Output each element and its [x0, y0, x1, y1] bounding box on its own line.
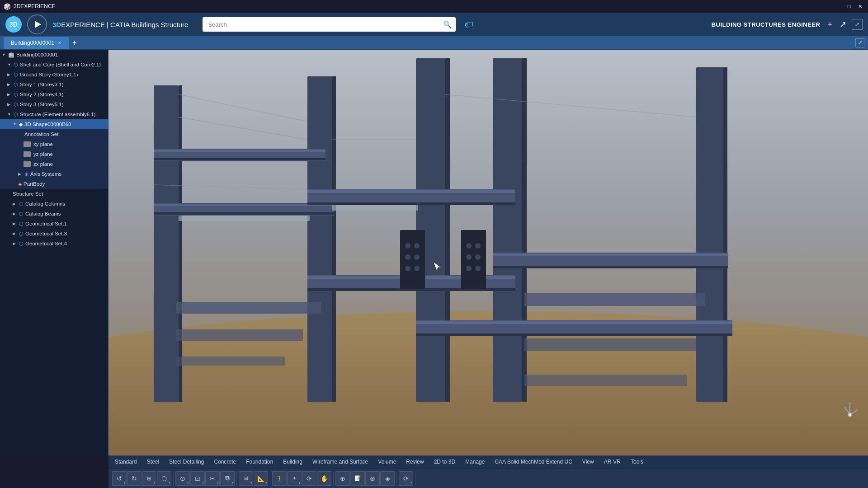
- tree-item-yz[interactable]: yz plane: [0, 149, 108, 159]
- menu-review[interactable]: Review: [401, 457, 428, 466]
- mark3-button[interactable]: ⊗: [365, 471, 380, 486]
- tree-item-annotation[interactable]: Annotation Set: [0, 129, 108, 139]
- menu-arvr[interactable]: AR-VR: [599, 457, 625, 466]
- orbit-button[interactable]: ⟳: [302, 471, 316, 486]
- geoset3-icon: ⬡: [19, 231, 24, 237]
- tree-item-catcol[interactable]: ▶ ⬡ Catalog Columns: [0, 199, 108, 209]
- close-button[interactable]: ✕: [855, 2, 864, 11]
- expand-icon: ▶: [7, 92, 12, 97]
- tree-label-annotation: Annotation Set: [24, 131, 58, 137]
- geoset1-icon: ⬡: [19, 221, 24, 227]
- svg-rect-7: [445, 58, 450, 402]
- plane-icon: [24, 161, 31, 167]
- tab-add-button[interactable]: +: [69, 39, 80, 47]
- svg-point-63: [849, 402, 851, 405]
- tree-label-story1: Story 1 (Storey3.1): [20, 82, 64, 87]
- select1-button[interactable]: ⊙: [175, 471, 190, 486]
- menu-2dto3d[interactable]: 2D to 3D: [429, 457, 460, 466]
- compass-indicator: [827, 388, 859, 424]
- viewport[interactable]: [108, 50, 868, 455]
- menu-view[interactable]: View: [578, 457, 599, 466]
- tree-item-story2[interactable]: ▶ ⬡ Story 2 (Storey4.1): [0, 89, 108, 99]
- maximize-button[interactable]: □: [844, 2, 854, 11]
- menu-volume[interactable]: Volume: [373, 457, 401, 466]
- menu-concrete[interactable]: Concrete: [209, 457, 241, 466]
- tag-icon[interactable]: 🏷: [465, 19, 474, 30]
- mark1-button[interactable]: ⊕: [335, 471, 350, 486]
- mark4-button[interactable]: ◈: [380, 471, 395, 486]
- menu-bar: Standard Steel Steel Detailing Concrete …: [108, 455, 868, 468]
- expand-icon: ▼: [2, 52, 6, 57]
- pan-button[interactable]: ✋: [317, 471, 331, 486]
- tree-item-story3[interactable]: ▶ ⬡ Story 3 (Storey5.1): [0, 99, 108, 109]
- tool-group-navigate: 🚶 ✈ ⟳ ✋: [272, 471, 334, 486]
- svg-point-35: [405, 266, 410, 271]
- expand-icon: ▶: [7, 72, 12, 77]
- undo-button[interactable]: ↺: [112, 471, 127, 486]
- tree-item-shape3d[interactable]: ▼ ◆ 3D Shape00000B60: [0, 119, 108, 129]
- paste-button[interactable]: ⧉: [220, 471, 235, 486]
- measure-button[interactable]: 📐: [254, 471, 268, 486]
- svg-rect-3: [179, 85, 182, 402]
- tree-item-xy[interactable]: xy plane: [0, 139, 108, 149]
- tree-label-axis: Axis Systems: [30, 171, 61, 177]
- refresh-button[interactable]: ⟳: [399, 471, 413, 486]
- menu-caa[interactable]: CAA Solid MechMod Extend UC: [490, 457, 576, 466]
- plane-icon: [24, 141, 31, 147]
- tree-item-geoset1[interactable]: ▶ ⬡ Geometrical Set.1: [0, 219, 108, 229]
- svg-rect-37: [461, 230, 486, 289]
- role-label: BUILDING STRUCTURES ENGINEER: [712, 21, 821, 28]
- menu-standard[interactable]: Standard: [110, 457, 142, 466]
- play-button[interactable]: [27, 14, 47, 34]
- tree-item-axis[interactable]: ▶ ⊕ Axis Systems: [0, 169, 108, 179]
- tree-item-geoset4[interactable]: ▶ ⬡ Geometrical Set.4: [0, 239, 108, 249]
- fly-button[interactable]: ✈: [287, 471, 302, 486]
- share-button[interactable]: ↗: [838, 18, 848, 31]
- tree-item-structset[interactable]: Structure Set: [0, 189, 108, 199]
- select2-button[interactable]: ⊡: [190, 471, 205, 486]
- menu-steel[interactable]: Steel: [142, 457, 164, 466]
- tree-item-zx[interactable]: zx plane: [0, 159, 108, 169]
- svg-point-42: [466, 266, 472, 271]
- menu-foundation[interactable]: Foundation: [241, 457, 278, 466]
- cut-button[interactable]: ✂: [205, 471, 220, 486]
- svg-point-41: [475, 254, 481, 260]
- walk-button[interactable]: 🚶: [272, 471, 287, 486]
- menu-manage[interactable]: Manage: [461, 457, 489, 466]
- viewport-expand-icon[interactable]: ⤢: [855, 38, 864, 47]
- tree-label-story3: Story 3 (Storey5.1): [20, 102, 64, 107]
- tab-close-icon[interactable]: ✕: [58, 40, 61, 45]
- minimize-button[interactable]: —: [834, 2, 843, 11]
- expand-icon: ▶: [18, 172, 23, 176]
- snap-button[interactable]: ⊞: [239, 471, 253, 486]
- plane-icon: [24, 151, 31, 157]
- fit-button[interactable]: ⊞: [142, 471, 156, 486]
- tree-item-geoset3[interactable]: ▶ ⬡ Geometrical Set.3: [0, 229, 108, 239]
- mark2-button[interactable]: 📝: [350, 471, 365, 486]
- search-icon[interactable]: 🔍: [443, 20, 452, 29]
- tree-item-ground[interactable]: ▶ ⬡ Ground Story (Storey1.1): [0, 70, 108, 80]
- expand-button[interactable]: ⤢: [852, 19, 863, 30]
- tree-item-building[interactable]: ▼ 🏢 Building00000001: [0, 50, 108, 60]
- svg-point-39: [475, 243, 481, 249]
- menu-wireframe[interactable]: Wireframe and Surface: [308, 457, 373, 466]
- shape3d-icon: ◆: [19, 122, 23, 127]
- menu-tools[interactable]: Tools: [626, 457, 648, 466]
- redo-button[interactable]: ↻: [127, 471, 142, 486]
- add-button[interactable]: +: [826, 18, 834, 31]
- search-input[interactable]: [203, 17, 456, 32]
- tree-item-structure[interactable]: ▼ ⬡ Structure (Element assembly6.1): [0, 109, 108, 119]
- tree-panel: ▼ 🏢 Building00000001 ▼ ⬡ Shell and Core …: [0, 50, 108, 455]
- menu-steel-detailing[interactable]: Steel Detailing: [165, 457, 208, 466]
- svg-rect-51: [176, 357, 285, 366]
- expand-icon: ▶: [13, 211, 17, 216]
- tree-item-story1[interactable]: ▶ ⬡ Story 1 (Storey3.1): [0, 80, 108, 89]
- view3d-button[interactable]: ⬡: [157, 471, 171, 486]
- menu-building[interactable]: Building: [278, 457, 307, 466]
- tree-item-shell[interactable]: ▼ ⬡ Shell and Core (Shell and Core2.1): [0, 60, 108, 70]
- tree-item-partbody[interactable]: ◈ PartBody: [0, 179, 108, 189]
- active-tab[interactable]: Building00000001 ✕: [4, 37, 69, 49]
- experience-label: EXPERIENCE | CATIA Buildings Structure: [61, 21, 188, 28]
- tree-item-catbeam[interactable]: ▶ ⬡ Catalog Beams: [0, 209, 108, 219]
- svg-rect-4: [307, 76, 332, 402]
